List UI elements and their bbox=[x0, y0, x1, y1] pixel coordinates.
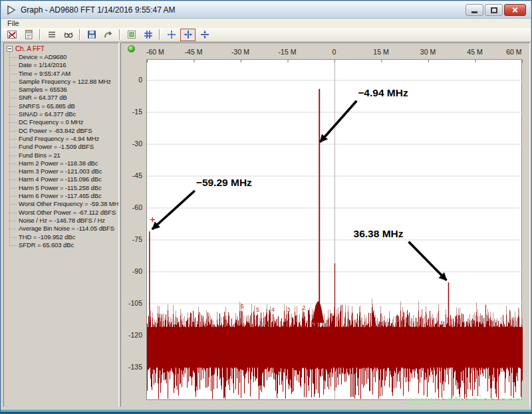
tree-item[interactable]: Date = 1/14/2016 bbox=[9, 61, 118, 69]
tree-item[interactable]: THD = -109.952 dBc bbox=[9, 233, 118, 241]
tree-item[interactable]: SNR = 64.377 dB bbox=[9, 94, 118, 102]
tree-item[interactable]: Harm 5 Power = -115.258 dBc bbox=[9, 184, 118, 192]
app-window: Graph - AD9680 FFT 1/14/2016 9:55:47 AM … bbox=[0, 0, 532, 414]
tree-item[interactable]: SFDR = 65.603 dBc bbox=[9, 241, 118, 249]
y-axis-label: -75 bbox=[132, 235, 142, 243]
y-axis-label: 0 bbox=[138, 76, 142, 84]
tree-root[interactable]: Ch. A FFT bbox=[7, 45, 118, 53]
y-axis-label: -135 bbox=[128, 363, 142, 371]
x-axis-label: -60 M bbox=[146, 48, 164, 56]
x-axis-label: -15 M bbox=[279, 48, 297, 56]
toolbar-button-horizontal-cursors[interactable] bbox=[197, 29, 212, 41]
minimize-icon bbox=[471, 11, 477, 13]
plot-area[interactable]: 23456−4.94 MHz−59.29 MHz36.38 MHz bbox=[146, 59, 522, 400]
horizontal-cursors-icon bbox=[200, 29, 210, 40]
tree-root-label: Ch. A FFT bbox=[15, 45, 45, 52]
toolbar-button-annotation[interactable] bbox=[124, 29, 139, 41]
toolbar-separator bbox=[39, 29, 41, 40]
x-axis-label: 0 bbox=[332, 48, 336, 56]
toolbar-button-save[interactable] bbox=[84, 29, 99, 41]
harmonic-number-label: 5 bbox=[256, 306, 259, 313]
tree-item[interactable]: DC Frequency = 0 MHz bbox=[9, 118, 118, 126]
y-axis-label: -30 bbox=[132, 140, 142, 148]
tree-item[interactable]: SNRFS = 65.885 dB bbox=[9, 102, 118, 110]
x-axis-label: 60 M bbox=[506, 48, 521, 56]
toolbar-button-vertical-cursors[interactable] bbox=[180, 29, 196, 41]
toolbar-button-cursor-tool[interactable] bbox=[61, 29, 76, 41]
chart-export-icon bbox=[7, 29, 17, 40]
tree-item[interactable]: SINAD = 64.377 dBc bbox=[9, 110, 118, 118]
toolbar-separator bbox=[159, 29, 160, 40]
window-controls bbox=[466, 4, 526, 16]
minimize-button[interactable] bbox=[466, 4, 483, 16]
tree-item[interactable]: Harm 6 Power = -117.465 dBc bbox=[9, 192, 118, 200]
tree-item[interactable]: Device = AD9680 bbox=[9, 53, 118, 61]
tree-item[interactable]: Time = 9:55:47 AM bbox=[9, 70, 118, 78]
y-axis-label: -60 bbox=[132, 203, 142, 211]
x-axis-label: 15 M bbox=[373, 48, 388, 56]
watermark: www.cntronics.com bbox=[406, 393, 526, 409]
menu-bar: File bbox=[1, 19, 531, 28]
tree-item[interactable]: Noise / Hz = -146.78 dBFS / Hz bbox=[9, 217, 118, 225]
tree-item[interactable]: Sample Frequency = 122.88 MHz bbox=[9, 78, 118, 86]
maximize-button[interactable] bbox=[485, 4, 503, 16]
close-button[interactable] bbox=[504, 4, 526, 16]
y-axis-label: -15 bbox=[132, 108, 142, 116]
harmonic-number-label: 6 bbox=[241, 303, 244, 310]
annotation-label: −59.29 MHz bbox=[196, 177, 252, 188]
tree-item[interactable]: Fund Bins = 21 bbox=[9, 152, 118, 159]
x-axis-label: -30 M bbox=[231, 48, 249, 56]
harmonic-number-label: 3 bbox=[287, 306, 290, 313]
tree-item[interactable]: DC Power = -83.842 dBFS bbox=[9, 127, 118, 135]
menu-item-file[interactable]: File bbox=[1, 19, 25, 27]
export-arrow-icon bbox=[103, 29, 114, 40]
toolbar-separator bbox=[79, 29, 80, 40]
x-axis-label: 30 M bbox=[420, 48, 436, 56]
peak-marker-icon bbox=[150, 217, 155, 222]
tree-item[interactable]: Harm 4 Power = -115.096 dBc bbox=[9, 175, 118, 183]
toolbar-button-report[interactable] bbox=[21, 29, 36, 41]
fft-spectrum[interactable]: 23456−4.94 MHz−59.29 MHz36.38 MHz bbox=[147, 60, 523, 401]
harmonic-number-label: 4 bbox=[271, 306, 275, 313]
x-axis-label: 45 M bbox=[467, 48, 482, 56]
chart-panel: -60 M-45 M-30 M-15 M015 M30 M45 M60 M 0-… bbox=[120, 43, 530, 407]
collapse-icon[interactable] bbox=[7, 46, 13, 52]
tree-item[interactable]: Average Bin Noise = -114.05 dBFS bbox=[9, 225, 118, 233]
toolbar-button-grid[interactable] bbox=[140, 29, 156, 41]
measurements-tree-panel: Ch. A FFT Device = AD9680Date = 1/14/201… bbox=[3, 43, 119, 407]
cursor-tool-icon bbox=[63, 29, 74, 40]
y-axis-label: -105 bbox=[128, 299, 142, 307]
title-bar[interactable]: Graph - AD9680 FFT 1/14/2016 9:55:47 AM bbox=[1, 1, 531, 19]
annotation-label: 36.38 MHz bbox=[354, 228, 404, 239]
tree-item[interactable]: Samples = 65536 bbox=[9, 86, 118, 94]
toolbar bbox=[1, 28, 531, 42]
tree-item[interactable]: Worst Other Power = -67.112 dBFS bbox=[9, 209, 118, 217]
maximize-icon bbox=[491, 7, 497, 13]
measurements-tree: Ch. A FFT Device = AD9680Date = 1/14/201… bbox=[4, 43, 118, 249]
harmonic-number-label: 2 bbox=[303, 304, 306, 311]
content-area: Ch. A FFT Device = AD9680Date = 1/14/201… bbox=[1, 42, 531, 408]
vertical-cursors-icon bbox=[183, 29, 194, 40]
y-axis-label: -90 bbox=[132, 267, 142, 275]
tree-item[interactable]: Harm 3 Power = -121.003 dBc bbox=[9, 167, 118, 175]
app-run-arrow-icon bbox=[6, 5, 17, 15]
toolbar-button-zoom-fit[interactable] bbox=[164, 29, 179, 41]
tree-item[interactable]: Fund Power = -1.509 dBFS bbox=[9, 143, 118, 151]
tree-item[interactable]: Harm 2 Power = -118.38 dBc bbox=[9, 159, 118, 167]
grid-icon bbox=[143, 29, 154, 40]
y-axis-label: -45 bbox=[132, 171, 142, 179]
x-axis-label: -45 M bbox=[185, 48, 203, 56]
tree-item[interactable]: Worst Other Frequency = -59.38 MHz bbox=[9, 200, 118, 208]
list-icon bbox=[47, 29, 57, 40]
annotation-label: −4.94 MHz bbox=[358, 87, 408, 98]
toolbar-button-export-arrow[interactable] bbox=[100, 29, 116, 41]
toolbar-button-chart-export[interactable] bbox=[4, 29, 19, 41]
y-axis: 0-15-30-45-60-75-90-105-120-135 bbox=[121, 43, 144, 407]
window-title: Graph - AD9680 FFT 1/14/2016 9:55:47 AM bbox=[21, 5, 176, 15]
y-axis-label: -120 bbox=[128, 331, 142, 339]
x-axis: -60 M-45 M-30 M-15 M015 M30 M45 M60 M bbox=[146, 48, 522, 58]
toolbar-button-list[interactable] bbox=[44, 29, 59, 41]
save-icon bbox=[86, 29, 97, 40]
report-icon bbox=[23, 29, 34, 40]
tree-item[interactable]: Fund Frequency = -4.94 MHz bbox=[9, 135, 118, 143]
